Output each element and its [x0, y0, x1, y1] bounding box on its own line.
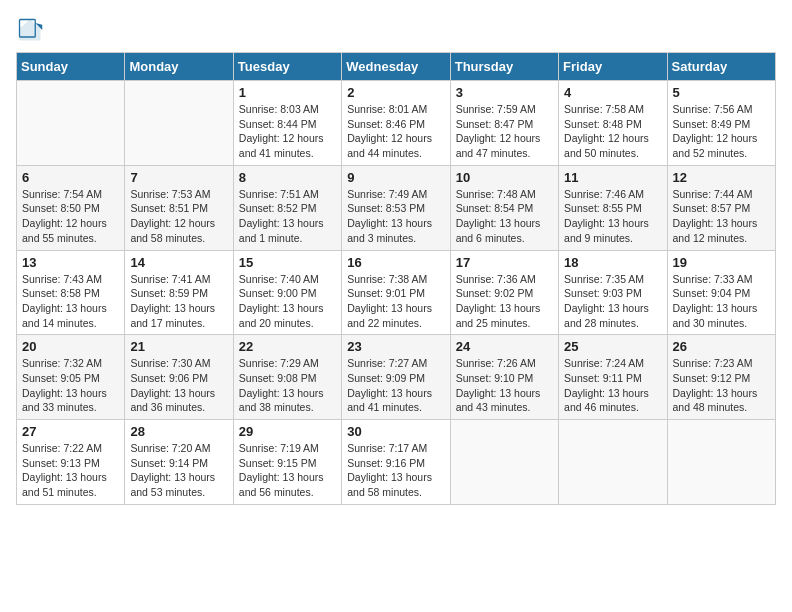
day-info: Sunrise: 7:38 AM Sunset: 9:01 PM Dayligh…	[347, 272, 444, 331]
calendar-cell: 5Sunrise: 7:56 AM Sunset: 8:49 PM Daylig…	[667, 81, 775, 166]
page-header	[16, 16, 776, 44]
day-number: 15	[239, 255, 336, 270]
calendar-cell: 10Sunrise: 7:48 AM Sunset: 8:54 PM Dayli…	[450, 165, 558, 250]
column-header-sunday: Sunday	[17, 53, 125, 81]
day-number: 14	[130, 255, 227, 270]
day-number: 18	[564, 255, 661, 270]
day-info: Sunrise: 7:36 AM Sunset: 9:02 PM Dayligh…	[456, 272, 553, 331]
day-info: Sunrise: 7:53 AM Sunset: 8:51 PM Dayligh…	[130, 187, 227, 246]
day-number: 29	[239, 424, 336, 439]
day-info: Sunrise: 7:30 AM Sunset: 9:06 PM Dayligh…	[130, 356, 227, 415]
calendar-cell	[125, 81, 233, 166]
calendar-cell: 16Sunrise: 7:38 AM Sunset: 9:01 PM Dayli…	[342, 250, 450, 335]
calendar-cell: 26Sunrise: 7:23 AM Sunset: 9:12 PM Dayli…	[667, 335, 775, 420]
day-info: Sunrise: 7:33 AM Sunset: 9:04 PM Dayligh…	[673, 272, 770, 331]
day-info: Sunrise: 7:46 AM Sunset: 8:55 PM Dayligh…	[564, 187, 661, 246]
day-info: Sunrise: 7:32 AM Sunset: 9:05 PM Dayligh…	[22, 356, 119, 415]
calendar-cell	[17, 81, 125, 166]
day-info: Sunrise: 7:59 AM Sunset: 8:47 PM Dayligh…	[456, 102, 553, 161]
day-info: Sunrise: 7:17 AM Sunset: 9:16 PM Dayligh…	[347, 441, 444, 500]
day-info: Sunrise: 7:48 AM Sunset: 8:54 PM Dayligh…	[456, 187, 553, 246]
day-info: Sunrise: 7:44 AM Sunset: 8:57 PM Dayligh…	[673, 187, 770, 246]
day-number: 30	[347, 424, 444, 439]
day-info: Sunrise: 7:58 AM Sunset: 8:48 PM Dayligh…	[564, 102, 661, 161]
day-number: 22	[239, 339, 336, 354]
day-number: 3	[456, 85, 553, 100]
calendar-cell: 25Sunrise: 7:24 AM Sunset: 9:11 PM Dayli…	[559, 335, 667, 420]
calendar-cell: 19Sunrise: 7:33 AM Sunset: 9:04 PM Dayli…	[667, 250, 775, 335]
calendar-cell	[450, 420, 558, 505]
day-number: 2	[347, 85, 444, 100]
column-header-thursday: Thursday	[450, 53, 558, 81]
day-number: 17	[456, 255, 553, 270]
day-number: 16	[347, 255, 444, 270]
calendar-cell: 8Sunrise: 7:51 AM Sunset: 8:52 PM Daylig…	[233, 165, 341, 250]
day-info: Sunrise: 7:23 AM Sunset: 9:12 PM Dayligh…	[673, 356, 770, 415]
day-number: 19	[673, 255, 770, 270]
day-number: 27	[22, 424, 119, 439]
calendar-cell: 17Sunrise: 7:36 AM Sunset: 9:02 PM Dayli…	[450, 250, 558, 335]
column-header-monday: Monday	[125, 53, 233, 81]
calendar-cell: 7Sunrise: 7:53 AM Sunset: 8:51 PM Daylig…	[125, 165, 233, 250]
day-number: 20	[22, 339, 119, 354]
day-info: Sunrise: 7:20 AM Sunset: 9:14 PM Dayligh…	[130, 441, 227, 500]
day-info: Sunrise: 7:40 AM Sunset: 9:00 PM Dayligh…	[239, 272, 336, 331]
calendar-cell: 20Sunrise: 7:32 AM Sunset: 9:05 PM Dayli…	[17, 335, 125, 420]
calendar-cell: 12Sunrise: 7:44 AM Sunset: 8:57 PM Dayli…	[667, 165, 775, 250]
day-number: 28	[130, 424, 227, 439]
calendar-cell	[667, 420, 775, 505]
calendar-cell: 11Sunrise: 7:46 AM Sunset: 8:55 PM Dayli…	[559, 165, 667, 250]
day-info: Sunrise: 7:54 AM Sunset: 8:50 PM Dayligh…	[22, 187, 119, 246]
calendar-cell: 14Sunrise: 7:41 AM Sunset: 8:59 PM Dayli…	[125, 250, 233, 335]
day-info: Sunrise: 7:51 AM Sunset: 8:52 PM Dayligh…	[239, 187, 336, 246]
column-header-saturday: Saturday	[667, 53, 775, 81]
calendar-cell: 15Sunrise: 7:40 AM Sunset: 9:00 PM Dayli…	[233, 250, 341, 335]
day-info: Sunrise: 7:22 AM Sunset: 9:13 PM Dayligh…	[22, 441, 119, 500]
day-number: 7	[130, 170, 227, 185]
calendar-cell: 24Sunrise: 7:26 AM Sunset: 9:10 PM Dayli…	[450, 335, 558, 420]
day-number: 13	[22, 255, 119, 270]
day-number: 10	[456, 170, 553, 185]
calendar-cell	[559, 420, 667, 505]
calendar-cell: 13Sunrise: 7:43 AM Sunset: 8:58 PM Dayli…	[17, 250, 125, 335]
calendar-week-row: 1Sunrise: 8:03 AM Sunset: 8:44 PM Daylig…	[17, 81, 776, 166]
day-number: 24	[456, 339, 553, 354]
calendar-cell: 3Sunrise: 7:59 AM Sunset: 8:47 PM Daylig…	[450, 81, 558, 166]
day-number: 21	[130, 339, 227, 354]
calendar-cell: 27Sunrise: 7:22 AM Sunset: 9:13 PM Dayli…	[17, 420, 125, 505]
day-info: Sunrise: 7:27 AM Sunset: 9:09 PM Dayligh…	[347, 356, 444, 415]
calendar-cell: 4Sunrise: 7:58 AM Sunset: 8:48 PM Daylig…	[559, 81, 667, 166]
day-info: Sunrise: 8:01 AM Sunset: 8:46 PM Dayligh…	[347, 102, 444, 161]
day-number: 8	[239, 170, 336, 185]
day-number: 23	[347, 339, 444, 354]
calendar-cell: 2Sunrise: 8:01 AM Sunset: 8:46 PM Daylig…	[342, 81, 450, 166]
day-number: 26	[673, 339, 770, 354]
calendar-cell: 6Sunrise: 7:54 AM Sunset: 8:50 PM Daylig…	[17, 165, 125, 250]
day-info: Sunrise: 7:24 AM Sunset: 9:11 PM Dayligh…	[564, 356, 661, 415]
day-number: 4	[564, 85, 661, 100]
day-number: 25	[564, 339, 661, 354]
day-number: 6	[22, 170, 119, 185]
day-number: 9	[347, 170, 444, 185]
day-info: Sunrise: 7:19 AM Sunset: 9:15 PM Dayligh…	[239, 441, 336, 500]
day-info: Sunrise: 7:29 AM Sunset: 9:08 PM Dayligh…	[239, 356, 336, 415]
calendar-cell: 22Sunrise: 7:29 AM Sunset: 9:08 PM Dayli…	[233, 335, 341, 420]
calendar-week-row: 13Sunrise: 7:43 AM Sunset: 8:58 PM Dayli…	[17, 250, 776, 335]
column-header-wednesday: Wednesday	[342, 53, 450, 81]
day-info: Sunrise: 8:03 AM Sunset: 8:44 PM Dayligh…	[239, 102, 336, 161]
logo	[16, 16, 48, 44]
day-info: Sunrise: 7:26 AM Sunset: 9:10 PM Dayligh…	[456, 356, 553, 415]
day-number: 12	[673, 170, 770, 185]
calendar-cell: 23Sunrise: 7:27 AM Sunset: 9:09 PM Dayli…	[342, 335, 450, 420]
calendar-week-row: 27Sunrise: 7:22 AM Sunset: 9:13 PM Dayli…	[17, 420, 776, 505]
calendar-cell: 18Sunrise: 7:35 AM Sunset: 9:03 PM Dayli…	[559, 250, 667, 335]
calendar-table: SundayMondayTuesdayWednesdayThursdayFrid…	[16, 52, 776, 505]
day-number: 11	[564, 170, 661, 185]
day-number: 5	[673, 85, 770, 100]
calendar-cell: 1Sunrise: 8:03 AM Sunset: 8:44 PM Daylig…	[233, 81, 341, 166]
calendar-cell: 30Sunrise: 7:17 AM Sunset: 9:16 PM Dayli…	[342, 420, 450, 505]
calendar-week-row: 6Sunrise: 7:54 AM Sunset: 8:50 PM Daylig…	[17, 165, 776, 250]
day-info: Sunrise: 7:41 AM Sunset: 8:59 PM Dayligh…	[130, 272, 227, 331]
day-info: Sunrise: 7:49 AM Sunset: 8:53 PM Dayligh…	[347, 187, 444, 246]
column-header-tuesday: Tuesday	[233, 53, 341, 81]
